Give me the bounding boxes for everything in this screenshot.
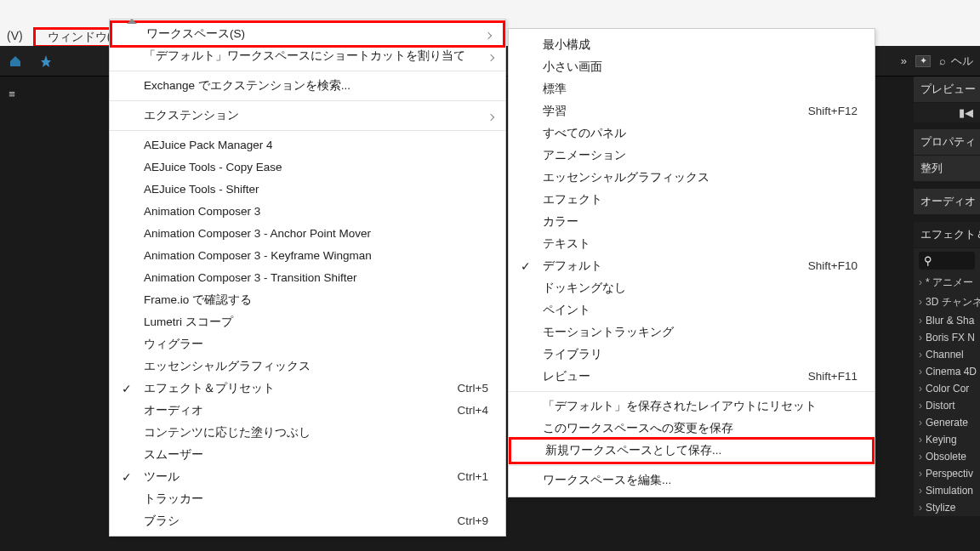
menu-wiggler[interactable]: ウィグラー <box>110 333 505 355</box>
menu-v[interactable]: (V) <box>0 27 30 44</box>
menu-ac3-keyframe[interactable]: Animation Composer 3 - Keyframe Wingman <box>110 245 505 267</box>
settings-icon[interactable]: ✦ <box>915 55 931 67</box>
menu-aejuice-copyease[interactable]: AEJuice Tools - Copy Ease <box>110 156 505 179</box>
ws-motiontrack[interactable]: モーショントラッキング <box>509 321 875 344</box>
menu-lumetri[interactable]: Lumetri スコープ <box>110 311 505 333</box>
panel-audio[interactable]: オーディオ <box>914 189 980 215</box>
ws-save-changes[interactable]: このワークスペースへの変更を保存 <box>509 418 875 440</box>
ws-reset[interactable]: 「デフォルト」を保存されたレイアウトにリセット <box>509 395 875 418</box>
menu-audio[interactable]: オーディオCtrl+4 <box>110 400 505 422</box>
panel-preview[interactable]: プレビュー <box>914 77 980 103</box>
menu-aejuice-shifter[interactable]: AEJuice Tools - Shifter <box>110 179 505 201</box>
menu-smoother[interactable]: スムーザー <box>110 444 505 466</box>
list-item[interactable]: * アニメー <box>914 273 980 293</box>
ws-effects[interactable]: エフェクト <box>509 189 875 211</box>
ws-allpanels[interactable]: すべてのパネル <box>509 122 875 145</box>
search-icon: ⌕ <box>939 54 946 67</box>
list-item[interactable]: Obsolete <box>914 448 980 465</box>
list-item[interactable]: Channel <box>914 346 980 363</box>
window-menu: ワークスペース(S) 「デフォルト」ワークスペースにショートカットを割り当て E… <box>109 19 506 537</box>
menu-ac3[interactable]: Animation Composer 3 <box>110 201 505 223</box>
chevron-down-icon[interactable]: » <box>901 54 907 67</box>
ws-default[interactable]: ✓デフォルトShift+F10 <box>509 255 875 277</box>
svg-marker-0 <box>10 56 20 66</box>
svg-marker-1 <box>41 55 51 67</box>
ws-save-new[interactable]: 新規ワークスペースとして保存... <box>511 440 872 462</box>
menu-exchange[interactable]: Exchange でエクステンションを検索... <box>110 75 505 97</box>
ws-library[interactable]: ライブラリ <box>509 344 875 366</box>
ws-review[interactable]: レビューShift+F11 <box>509 366 875 388</box>
ws-animation[interactable]: アニメーション <box>509 145 875 167</box>
panel-effects[interactable]: エフェクト＆ <box>914 222 980 248</box>
menu-effects-presets[interactable]: ✓エフェクト＆プリセットCtrl+5 <box>110 378 505 400</box>
ws-learn[interactable]: 学習Shift+F12 <box>509 100 875 122</box>
ws-standard[interactable]: 標準 <box>509 78 875 100</box>
menu-content-fill[interactable]: コンテンツに応じた塗りつぶし <box>110 422 505 444</box>
list-item[interactable]: Simulation <box>914 482 980 499</box>
search-icon: ⚲ <box>924 254 932 267</box>
help-search-label: ヘル <box>951 54 973 69</box>
workspace-submenu: 最小構成 小さい画面 標準 学習Shift+F12 すべてのパネル アニメーショ… <box>508 28 875 497</box>
menu-frameio[interactable]: Frame.io で確認する <box>110 289 505 311</box>
ws-minimal[interactable]: 最小構成 <box>509 34 875 56</box>
list-item[interactable]: Perspectiv <box>914 465 980 482</box>
ws-essential-gfx[interactable]: エッセンシャルグラフィックス <box>509 167 875 189</box>
menu-tracker[interactable]: トラッカー <box>110 488 505 510</box>
list-item[interactable]: Generate <box>914 414 980 431</box>
menu-extension[interactable]: エクステンション <box>110 105 505 127</box>
right-panel-stack: プレビュー ▮◀ プロパティ 整列 オーディオ エフェクト＆ ⚲ * アニメー … <box>914 77 980 516</box>
panel-align[interactable]: 整列 <box>914 156 980 182</box>
menu-assign-shortcut[interactable]: 「デフォルト」ワークスペースにショートカットを割り当て <box>110 45 505 67</box>
menu-brush[interactable]: ブラシCtrl+9 <box>110 510 505 532</box>
list-item[interactable]: Cinema 4D <box>914 363 980 380</box>
list-item[interactable]: Stylize <box>914 499 980 516</box>
home-icon[interactable] <box>0 46 31 77</box>
ws-small[interactable]: 小さい画面 <box>509 56 875 78</box>
menu-tools[interactable]: ✓ツールCtrl+1 <box>110 466 505 488</box>
effects-search[interactable]: ⚲ <box>919 252 975 270</box>
skip-end-icon[interactable]: ▮◀ <box>959 106 973 119</box>
pin-icon[interactable] <box>31 46 61 77</box>
menu-ac3-anchor[interactable]: Animation Composer 3 - Anchor Point Move… <box>110 223 505 245</box>
list-item[interactable]: Blur & Sha <box>914 312 980 329</box>
menu-ac3-transition[interactable]: Animation Composer 3 - Transition Shifte… <box>110 267 505 289</box>
list-item[interactable]: Keying <box>914 431 980 448</box>
ws-edit[interactable]: ワークスペースを編集... <box>509 469 875 491</box>
list-item[interactable]: Distort <box>914 397 980 414</box>
menu-aejuice-pm4[interactable]: AEJuice Pack Manager 4 <box>110 134 505 156</box>
help-search[interactable]: ⌕ ヘル <box>939 54 973 69</box>
ws-paint[interactable]: ペイント <box>509 299 875 321</box>
list-item[interactable]: Boris FX N <box>914 329 980 346</box>
list-item[interactable]: Color Cor <box>914 380 980 397</box>
menu-essential-gfx[interactable]: エッセンシャルグラフィックス <box>110 355 505 378</box>
menu-workspace[interactable]: ワークスペース(S) <box>112 23 503 45</box>
panel-property[interactable]: プロパティ <box>914 129 980 156</box>
ws-text[interactable]: テキスト <box>509 233 875 255</box>
ws-nodock[interactable]: ドッキングなし <box>509 277 875 299</box>
ws-color[interactable]: カラー <box>509 211 875 233</box>
list-item[interactable]: 3D チャンネ <box>914 293 980 312</box>
panel-menu-icon[interactable]: ≡ <box>0 85 24 102</box>
